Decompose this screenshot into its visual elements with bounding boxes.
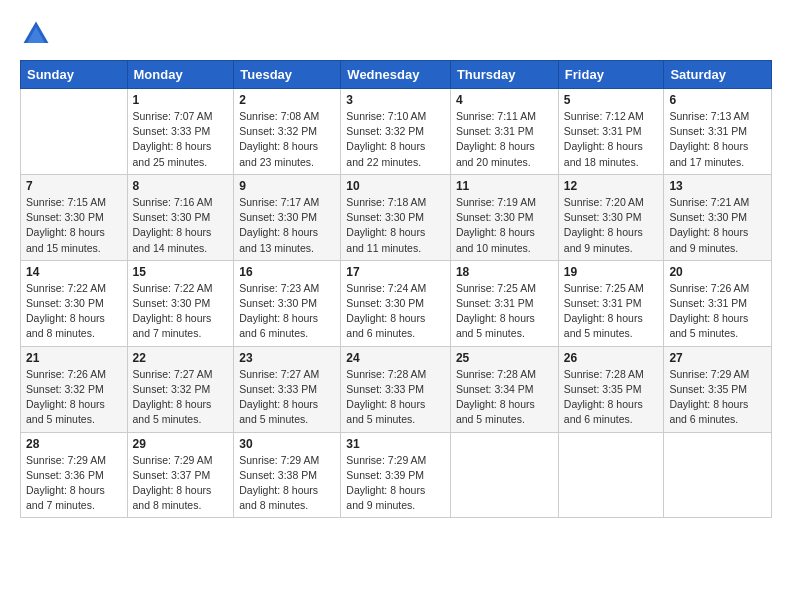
day-number: 5 <box>564 93 659 107</box>
day-number: 31 <box>346 437 445 451</box>
day-info: Sunrise: 7:18 AM Sunset: 3:30 PM Dayligh… <box>346 195 445 256</box>
calendar-cell: 12Sunrise: 7:20 AM Sunset: 3:30 PM Dayli… <box>558 174 664 260</box>
day-number: 11 <box>456 179 553 193</box>
calendar-cell: 7Sunrise: 7:15 AM Sunset: 3:30 PM Daylig… <box>21 174 128 260</box>
day-info: Sunrise: 7:22 AM Sunset: 3:30 PM Dayligh… <box>26 281 122 342</box>
page: SundayMondayTuesdayWednesdayThursdayFrid… <box>0 0 792 612</box>
day-info: Sunrise: 7:17 AM Sunset: 3:30 PM Dayligh… <box>239 195 335 256</box>
calendar-cell: 21Sunrise: 7:26 AM Sunset: 3:32 PM Dayli… <box>21 346 128 432</box>
calendar-header-row: SundayMondayTuesdayWednesdayThursdayFrid… <box>21 61 772 89</box>
calendar-cell: 15Sunrise: 7:22 AM Sunset: 3:30 PM Dayli… <box>127 260 234 346</box>
day-number: 4 <box>456 93 553 107</box>
day-info: Sunrise: 7:25 AM Sunset: 3:31 PM Dayligh… <box>456 281 553 342</box>
day-info: Sunrise: 7:10 AM Sunset: 3:32 PM Dayligh… <box>346 109 445 170</box>
day-info: Sunrise: 7:29 AM Sunset: 3:35 PM Dayligh… <box>669 367 766 428</box>
calendar-week-row: 28Sunrise: 7:29 AM Sunset: 3:36 PM Dayli… <box>21 432 772 518</box>
day-info: Sunrise: 7:28 AM Sunset: 3:33 PM Dayligh… <box>346 367 445 428</box>
day-number: 1 <box>133 93 229 107</box>
day-number: 18 <box>456 265 553 279</box>
day-info: Sunrise: 7:27 AM Sunset: 3:33 PM Dayligh… <box>239 367 335 428</box>
day-number: 3 <box>346 93 445 107</box>
day-number: 25 <box>456 351 553 365</box>
calendar-cell: 14Sunrise: 7:22 AM Sunset: 3:30 PM Dayli… <box>21 260 128 346</box>
day-info: Sunrise: 7:16 AM Sunset: 3:30 PM Dayligh… <box>133 195 229 256</box>
header-day-wednesday: Wednesday <box>341 61 451 89</box>
calendar-cell: 10Sunrise: 7:18 AM Sunset: 3:30 PM Dayli… <box>341 174 451 260</box>
day-info: Sunrise: 7:28 AM Sunset: 3:34 PM Dayligh… <box>456 367 553 428</box>
calendar-cell: 17Sunrise: 7:24 AM Sunset: 3:30 PM Dayli… <box>341 260 451 346</box>
calendar-week-row: 14Sunrise: 7:22 AM Sunset: 3:30 PM Dayli… <box>21 260 772 346</box>
day-info: Sunrise: 7:28 AM Sunset: 3:35 PM Dayligh… <box>564 367 659 428</box>
day-number: 9 <box>239 179 335 193</box>
calendar-week-row: 7Sunrise: 7:15 AM Sunset: 3:30 PM Daylig… <box>21 174 772 260</box>
calendar-cell: 5Sunrise: 7:12 AM Sunset: 3:31 PM Daylig… <box>558 89 664 175</box>
calendar-cell: 2Sunrise: 7:08 AM Sunset: 3:32 PM Daylig… <box>234 89 341 175</box>
day-info: Sunrise: 7:26 AM Sunset: 3:31 PM Dayligh… <box>669 281 766 342</box>
day-number: 23 <box>239 351 335 365</box>
day-info: Sunrise: 7:20 AM Sunset: 3:30 PM Dayligh… <box>564 195 659 256</box>
day-number: 20 <box>669 265 766 279</box>
calendar-cell: 28Sunrise: 7:29 AM Sunset: 3:36 PM Dayli… <box>21 432 128 518</box>
calendar-cell: 16Sunrise: 7:23 AM Sunset: 3:30 PM Dayli… <box>234 260 341 346</box>
calendar-cell: 13Sunrise: 7:21 AM Sunset: 3:30 PM Dayli… <box>664 174 772 260</box>
calendar-cell <box>21 89 128 175</box>
calendar-cell: 24Sunrise: 7:28 AM Sunset: 3:33 PM Dayli… <box>341 346 451 432</box>
calendar-cell: 11Sunrise: 7:19 AM Sunset: 3:30 PM Dayli… <box>450 174 558 260</box>
day-number: 7 <box>26 179 122 193</box>
header <box>20 18 772 50</box>
day-number: 16 <box>239 265 335 279</box>
day-number: 19 <box>564 265 659 279</box>
logo-icon <box>20 18 52 50</box>
day-info: Sunrise: 7:08 AM Sunset: 3:32 PM Dayligh… <box>239 109 335 170</box>
day-info: Sunrise: 7:15 AM Sunset: 3:30 PM Dayligh… <box>26 195 122 256</box>
day-number: 30 <box>239 437 335 451</box>
day-number: 10 <box>346 179 445 193</box>
calendar-cell: 25Sunrise: 7:28 AM Sunset: 3:34 PM Dayli… <box>450 346 558 432</box>
calendar-cell: 4Sunrise: 7:11 AM Sunset: 3:31 PM Daylig… <box>450 89 558 175</box>
calendar-cell: 23Sunrise: 7:27 AM Sunset: 3:33 PM Dayli… <box>234 346 341 432</box>
calendar-cell: 9Sunrise: 7:17 AM Sunset: 3:30 PM Daylig… <box>234 174 341 260</box>
day-info: Sunrise: 7:11 AM Sunset: 3:31 PM Dayligh… <box>456 109 553 170</box>
day-info: Sunrise: 7:29 AM Sunset: 3:38 PM Dayligh… <box>239 453 335 514</box>
day-info: Sunrise: 7:12 AM Sunset: 3:31 PM Dayligh… <box>564 109 659 170</box>
day-number: 28 <box>26 437 122 451</box>
calendar-cell: 27Sunrise: 7:29 AM Sunset: 3:35 PM Dayli… <box>664 346 772 432</box>
day-info: Sunrise: 7:29 AM Sunset: 3:39 PM Dayligh… <box>346 453 445 514</box>
calendar-cell: 30Sunrise: 7:29 AM Sunset: 3:38 PM Dayli… <box>234 432 341 518</box>
calendar-cell: 18Sunrise: 7:25 AM Sunset: 3:31 PM Dayli… <box>450 260 558 346</box>
calendar-cell: 1Sunrise: 7:07 AM Sunset: 3:33 PM Daylig… <box>127 89 234 175</box>
day-number: 6 <box>669 93 766 107</box>
calendar-cell <box>450 432 558 518</box>
day-info: Sunrise: 7:07 AM Sunset: 3:33 PM Dayligh… <box>133 109 229 170</box>
calendar-table: SundayMondayTuesdayWednesdayThursdayFrid… <box>20 60 772 518</box>
calendar-cell: 19Sunrise: 7:25 AM Sunset: 3:31 PM Dayli… <box>558 260 664 346</box>
day-info: Sunrise: 7:21 AM Sunset: 3:30 PM Dayligh… <box>669 195 766 256</box>
day-number: 29 <box>133 437 229 451</box>
day-info: Sunrise: 7:22 AM Sunset: 3:30 PM Dayligh… <box>133 281 229 342</box>
calendar-week-row: 21Sunrise: 7:26 AM Sunset: 3:32 PM Dayli… <box>21 346 772 432</box>
day-info: Sunrise: 7:27 AM Sunset: 3:32 PM Dayligh… <box>133 367 229 428</box>
day-number: 24 <box>346 351 445 365</box>
header-day-friday: Friday <box>558 61 664 89</box>
day-info: Sunrise: 7:29 AM Sunset: 3:37 PM Dayligh… <box>133 453 229 514</box>
day-number: 15 <box>133 265 229 279</box>
logo <box>20 18 56 50</box>
day-number: 8 <box>133 179 229 193</box>
calendar-cell <box>664 432 772 518</box>
day-info: Sunrise: 7:29 AM Sunset: 3:36 PM Dayligh… <box>26 453 122 514</box>
day-info: Sunrise: 7:25 AM Sunset: 3:31 PM Dayligh… <box>564 281 659 342</box>
header-day-tuesday: Tuesday <box>234 61 341 89</box>
header-day-sunday: Sunday <box>21 61 128 89</box>
day-number: 22 <box>133 351 229 365</box>
day-info: Sunrise: 7:19 AM Sunset: 3:30 PM Dayligh… <box>456 195 553 256</box>
day-number: 14 <box>26 265 122 279</box>
calendar-cell: 6Sunrise: 7:13 AM Sunset: 3:31 PM Daylig… <box>664 89 772 175</box>
calendar-cell: 26Sunrise: 7:28 AM Sunset: 3:35 PM Dayli… <box>558 346 664 432</box>
header-day-saturday: Saturday <box>664 61 772 89</box>
calendar-cell: 22Sunrise: 7:27 AM Sunset: 3:32 PM Dayli… <box>127 346 234 432</box>
day-info: Sunrise: 7:26 AM Sunset: 3:32 PM Dayligh… <box>26 367 122 428</box>
day-number: 13 <box>669 179 766 193</box>
day-number: 21 <box>26 351 122 365</box>
header-day-thursday: Thursday <box>450 61 558 89</box>
calendar-cell: 31Sunrise: 7:29 AM Sunset: 3:39 PM Dayli… <box>341 432 451 518</box>
